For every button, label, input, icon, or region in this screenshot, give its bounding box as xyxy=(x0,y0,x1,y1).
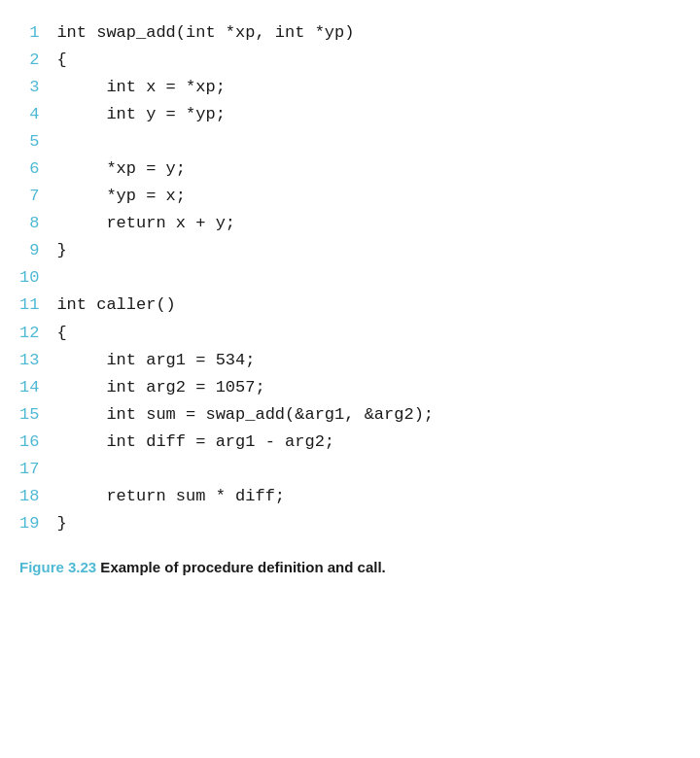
line-content: } xyxy=(56,237,671,264)
table-row: 3 int x = *xp; xyxy=(19,74,671,101)
table-row: 4 int y = *yp; xyxy=(19,101,671,128)
table-row: 11int caller() xyxy=(19,292,671,319)
line-content: int sum = swap_add(&arg1, &arg2); xyxy=(56,401,671,429)
line-content: int arg1 = 534; xyxy=(56,347,671,374)
table-row: 8 return x + y; xyxy=(19,210,671,237)
line-content: { xyxy=(56,320,671,347)
line-number: 4 xyxy=(19,101,56,128)
line-content: *yp = x; xyxy=(56,183,671,210)
table-row: 7 *yp = x; xyxy=(19,183,671,210)
line-content xyxy=(56,128,671,155)
line-number: 14 xyxy=(19,374,56,401)
table-row: 16 int diff = arg1 - arg2; xyxy=(19,429,671,456)
table-row: 15 int sum = swap_add(&arg1, &arg2); xyxy=(19,401,671,429)
line-content: int swap_add(int *xp, int *yp) xyxy=(56,19,671,47)
line-content: int y = *yp; xyxy=(56,101,671,128)
table-row: 19} xyxy=(19,510,671,537)
line-number: 9 xyxy=(19,237,56,264)
table-row: 10 xyxy=(19,264,671,292)
figure-caption: Figure 3.23 Example of procedure definit… xyxy=(19,559,671,575)
caption-label: Figure 3.23 xyxy=(19,559,96,575)
line-content: } xyxy=(56,510,671,537)
line-content: { xyxy=(56,47,671,74)
table-row: 14 int arg2 = 1057; xyxy=(19,374,671,401)
line-content: int diff = arg1 - arg2; xyxy=(56,429,671,456)
line-number: 6 xyxy=(19,155,56,183)
line-number: 18 xyxy=(19,483,56,510)
table-row: 12{ xyxy=(19,320,671,347)
caption-text: Example of procedure definition and call… xyxy=(96,559,386,575)
line-content: int x = *xp; xyxy=(56,74,671,101)
table-row: 9} xyxy=(19,237,671,264)
line-content: *xp = y; xyxy=(56,155,671,183)
line-number: 5 xyxy=(19,128,56,155)
table-row: 2{ xyxy=(19,47,671,74)
line-content xyxy=(56,456,671,483)
line-number: 2 xyxy=(19,47,56,74)
table-row: 13 int arg1 = 534; xyxy=(19,347,671,374)
line-number: 10 xyxy=(19,264,56,292)
line-number: 19 xyxy=(19,510,56,537)
line-content: int caller() xyxy=(56,292,671,319)
line-content: return x + y; xyxy=(56,210,671,237)
line-number: 8 xyxy=(19,210,56,237)
line-number: 1 xyxy=(19,19,56,47)
table-row: 17 xyxy=(19,456,671,483)
table-row: 1int swap_add(int *xp, int *yp) xyxy=(19,19,671,47)
table-row: 5 xyxy=(19,128,671,155)
line-number: 15 xyxy=(19,401,56,429)
line-number: 16 xyxy=(19,429,56,456)
line-content: int arg2 = 1057; xyxy=(56,374,671,401)
table-row: 18 return sum * diff; xyxy=(19,483,671,510)
line-number: 17 xyxy=(19,456,56,483)
line-number: 13 xyxy=(19,347,56,374)
line-number: 7 xyxy=(19,183,56,210)
table-row: 6 *xp = y; xyxy=(19,155,671,183)
line-number: 3 xyxy=(19,74,56,101)
line-number: 11 xyxy=(19,292,56,319)
line-content xyxy=(56,264,671,292)
line-content: return sum * diff; xyxy=(56,483,671,510)
code-block: 1int swap_add(int *xp, int *yp)2{3 int x… xyxy=(19,19,671,537)
line-number: 12 xyxy=(19,320,56,347)
